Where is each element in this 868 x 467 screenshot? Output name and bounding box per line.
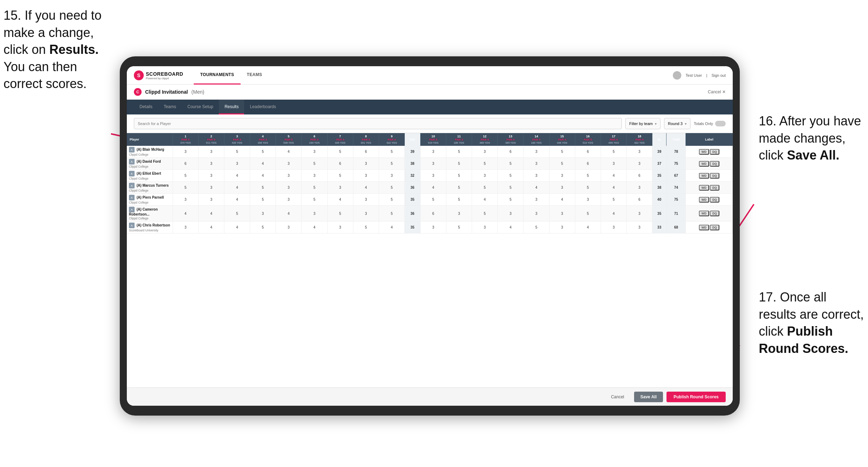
wd-button[interactable]: WD [699, 185, 709, 191]
publish-round-scores-button[interactable]: Publish Round Scores [666, 392, 726, 402]
hole-9-score[interactable]: 5 [379, 182, 404, 194]
hole-12-score[interactable]: 5 [472, 158, 498, 170]
hole-15-score[interactable]: 3 [549, 222, 575, 234]
dq-button[interactable]: DQ [710, 211, 719, 216]
hole-10-score[interactable]: 5 [420, 194, 446, 206]
hole-3-score[interactable]: 5 [224, 206, 250, 222]
hole-4-score[interactable]: 5 [250, 182, 276, 194]
hole-7-score[interactable]: 3 [327, 222, 353, 234]
hole-14-score[interactable]: 3 [523, 170, 549, 182]
hole-8-score[interactable]: 3 [353, 158, 379, 170]
hole-10-score[interactable]: 6 [420, 206, 446, 222]
hole-16-score[interactable]: 5 [575, 182, 601, 194]
wd-button[interactable]: WD [699, 161, 709, 167]
hole-5-score[interactable]: 4 [276, 206, 302, 222]
hole-5-score[interactable]: 3 [276, 222, 302, 234]
hole-18-score[interactable]: 3 [627, 146, 652, 158]
tab-teams[interactable]: Teams [158, 100, 182, 114]
hole-6-score[interactable]: 5 [302, 158, 327, 170]
hole-13-score[interactable]: 5 [498, 158, 523, 170]
hole-3-score[interactable]: 3 [224, 158, 250, 170]
hole-9-score[interactable]: 4 [379, 222, 404, 234]
hole-13-score[interactable]: 5 [498, 194, 523, 206]
hole-14-score[interactable]: 4 [523, 182, 549, 194]
hole-13-score[interactable]: 5 [498, 170, 523, 182]
hole-6-score[interactable]: 5 [302, 182, 327, 194]
hole-11-score[interactable]: 5 [446, 182, 472, 194]
hole-9-score[interactable]: 5 [379, 146, 404, 158]
hole-12-score[interactable]: 5 [472, 206, 498, 222]
tab-results[interactable]: Results [219, 100, 244, 114]
hole-18-score[interactable]: 3 [627, 206, 652, 222]
filter-by-team-dropdown[interactable]: Filter by team [625, 118, 661, 129]
save-all-button[interactable]: Save All [634, 392, 663, 402]
hole-17-score[interactable]: 4 [601, 170, 626, 182]
hole-13-score[interactable]: 6 [498, 146, 523, 158]
hole-11-score[interactable]: 5 [446, 194, 472, 206]
hole-4-score[interactable]: 4 [250, 170, 276, 182]
hole-17-score[interactable]: 3 [601, 222, 626, 234]
sign-out-link[interactable]: Sign out [712, 73, 726, 77]
nav-teams[interactable]: TEAMS [241, 66, 269, 85]
hole-17-score[interactable]: 3 [601, 158, 626, 170]
hole-17-score[interactable]: 4 [601, 206, 626, 222]
hole-14-score[interactable]: 3 [523, 146, 549, 158]
hole-17-score[interactable]: 5 [601, 194, 626, 206]
search-input[interactable] [134, 118, 622, 129]
hole-12-score[interactable]: 3 [472, 146, 498, 158]
hole-15-score[interactable]: 5 [549, 158, 575, 170]
hole-4-score[interactable]: 5 [250, 222, 276, 234]
hole-7-score[interactable]: 5 [327, 170, 353, 182]
tab-details[interactable]: Details [134, 100, 158, 114]
hole-1-score[interactable]: 3 [173, 194, 198, 206]
hole-5-score[interactable]: 4 [276, 146, 302, 158]
hole-5-score[interactable]: 3 [276, 170, 302, 182]
hole-2-score[interactable]: 3 [198, 146, 224, 158]
hole-2-score[interactable]: 3 [198, 182, 224, 194]
hole-7-score[interactable]: 6 [327, 158, 353, 170]
hole-17-score[interactable]: 4 [601, 182, 626, 194]
hole-15-score[interactable]: 3 [549, 170, 575, 182]
hole-5-score[interactable]: 3 [276, 194, 302, 206]
hole-18-score[interactable]: 3 [627, 222, 652, 234]
hole-16-score[interactable]: 6 [575, 158, 601, 170]
hole-7-score[interactable]: 5 [327, 146, 353, 158]
hole-16-score[interactable]: 4 [575, 222, 601, 234]
cancel-tournament-btn[interactable]: Cancel ✕ [708, 89, 726, 94]
wd-button[interactable]: WD [699, 197, 709, 203]
hole-12-score[interactable]: 3 [472, 222, 498, 234]
hole-1-score[interactable]: 5 [173, 170, 198, 182]
hole-11-score[interactable]: 5 [446, 146, 472, 158]
hole-16-score[interactable]: 5 [575, 206, 601, 222]
hole-18-score[interactable]: 6 [627, 194, 652, 206]
hole-9-score[interactable]: 5 [379, 158, 404, 170]
hole-18-score[interactable]: 3 [627, 182, 652, 194]
tab-leaderboards[interactable]: Leaderboards [244, 100, 281, 114]
hole-10-score[interactable]: 3 [420, 222, 446, 234]
hole-7-score[interactable]: 4 [327, 194, 353, 206]
hole-9-score[interactable]: 3 [379, 170, 404, 182]
dq-button[interactable]: DQ [710, 173, 719, 179]
hole-2-score[interactable]: 3 [198, 194, 224, 206]
dq-button[interactable]: DQ [710, 185, 719, 191]
hole-14-score[interactable]: 3 [523, 194, 549, 206]
hole-4-score[interactable]: 5 [250, 194, 276, 206]
hole-1-score[interactable]: 4 [173, 206, 198, 222]
hole-5-score[interactable]: 3 [276, 158, 302, 170]
dq-button[interactable]: DQ [710, 149, 719, 155]
hole-9-score[interactable]: 5 [379, 206, 404, 222]
hole-12-score[interactable]: 3 [472, 170, 498, 182]
hole-16-score[interactable]: 5 [575, 170, 601, 182]
hole-6-score[interactable]: 5 [302, 194, 327, 206]
hole-4-score[interactable]: 4 [250, 158, 276, 170]
hole-3-score[interactable]: 4 [224, 194, 250, 206]
hole-11-score[interactable]: 3 [446, 206, 472, 222]
hole-7-score[interactable]: 3 [327, 182, 353, 194]
hole-14-score[interactable]: 3 [523, 206, 549, 222]
hole-5-score[interactable]: 3 [276, 182, 302, 194]
hole-8-score[interactable]: 3 [353, 206, 379, 222]
hole-12-score[interactable]: 4 [472, 194, 498, 206]
hole-4-score[interactable]: 3 [250, 206, 276, 222]
wd-button[interactable]: WD [699, 211, 709, 216]
hole-13-score[interactable]: 3 [498, 206, 523, 222]
